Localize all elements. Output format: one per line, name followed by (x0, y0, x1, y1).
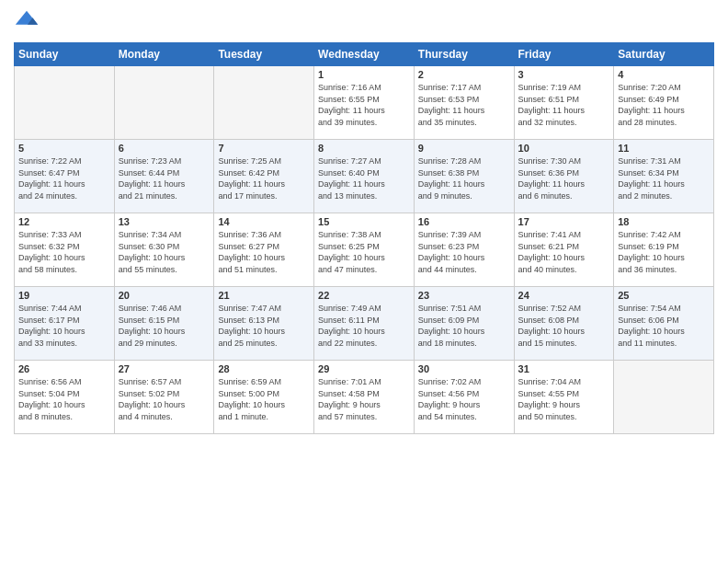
day-info: Sunrise: 7:54 AMSunset: 6:06 PMDaylight:… (618, 303, 710, 349)
day-info: Sunrise: 7:27 AMSunset: 6:40 PMDaylight:… (318, 155, 410, 201)
day-number: 2 (418, 69, 510, 80)
day-info: Sunrise: 7:46 AMSunset: 6:15 PMDaylight:… (119, 303, 210, 349)
calendar-day: 28Sunrise: 6:59 AMSunset: 5:00 PMDayligh… (214, 361, 314, 434)
day-number: 9 (418, 143, 510, 154)
calendar-day: 22Sunrise: 7:49 AMSunset: 6:11 PMDayligh… (314, 287, 415, 361)
calendar-day: 29Sunrise: 7:01 AMSunset: 4:58 PMDayligh… (314, 361, 415, 434)
day-number: 17 (518, 216, 610, 227)
calendar-day: 2Sunrise: 7:17 AMSunset: 6:53 PMDaylight… (414, 66, 514, 140)
calendar-week: 19Sunrise: 7:44 AMSunset: 6:17 PMDayligh… (15, 287, 714, 361)
calendar-day: 20Sunrise: 7:46 AMSunset: 6:15 PMDayligh… (114, 287, 214, 361)
day-number: 24 (518, 290, 610, 301)
day-number: 29 (318, 363, 410, 374)
day-number: 31 (518, 363, 610, 374)
calendar-day (614, 361, 714, 434)
day-info: Sunrise: 7:42 AMSunset: 6:19 PMDaylight:… (618, 229, 710, 275)
calendar-day: 16Sunrise: 7:39 AMSunset: 6:23 PMDayligh… (414, 213, 514, 287)
calendar-day: 1Sunrise: 7:16 AMSunset: 6:55 PMDaylight… (314, 66, 415, 140)
day-number: 15 (318, 216, 410, 227)
day-info: Sunrise: 7:39 AMSunset: 6:23 PMDaylight:… (418, 229, 510, 275)
header-day: Sunday (15, 43, 115, 66)
day-info: Sunrise: 7:23 AMSunset: 6:44 PMDaylight:… (119, 155, 210, 201)
calendar-day (214, 66, 314, 140)
day-number: 19 (18, 290, 110, 301)
day-number: 11 (618, 143, 710, 154)
day-info: Sunrise: 7:01 AMSunset: 4:58 PMDaylight:… (318, 376, 410, 422)
day-info: Sunrise: 7:34 AMSunset: 6:30 PMDaylight:… (119, 229, 210, 275)
calendar-day: 19Sunrise: 7:44 AMSunset: 6:17 PMDayligh… (15, 287, 115, 361)
day-number: 25 (618, 290, 710, 301)
day-number: 10 (518, 143, 610, 154)
day-info: Sunrise: 6:59 AMSunset: 5:00 PMDaylight:… (218, 376, 310, 422)
day-number: 7 (218, 143, 310, 154)
day-info: Sunrise: 6:57 AMSunset: 5:02 PMDaylight:… (119, 376, 210, 422)
calendar-day: 15Sunrise: 7:38 AMSunset: 6:25 PMDayligh… (314, 213, 415, 287)
day-number: 14 (218, 216, 310, 227)
calendar-day: 27Sunrise: 6:57 AMSunset: 5:02 PMDayligh… (114, 361, 214, 434)
day-info: Sunrise: 7:04 AMSunset: 4:55 PMDaylight:… (518, 376, 610, 422)
day-info: Sunrise: 7:49 AMSunset: 6:11 PMDaylight:… (318, 303, 410, 349)
calendar-day: 9Sunrise: 7:28 AMSunset: 6:38 PMDaylight… (414, 140, 514, 213)
calendar-day: 30Sunrise: 7:02 AMSunset: 4:56 PMDayligh… (414, 361, 514, 434)
day-number: 23 (418, 290, 510, 301)
calendar-day: 23Sunrise: 7:51 AMSunset: 6:09 PMDayligh… (414, 287, 514, 361)
calendar-day: 25Sunrise: 7:54 AMSunset: 6:06 PMDayligh… (614, 287, 714, 361)
header-day: Wednesday (314, 43, 415, 66)
day-info: Sunrise: 7:52 AMSunset: 6:08 PMDaylight:… (518, 303, 610, 349)
day-number: 16 (418, 216, 510, 227)
day-number: 18 (618, 216, 710, 227)
day-info: Sunrise: 7:31 AMSunset: 6:34 PMDaylight:… (618, 155, 710, 201)
day-number: 30 (418, 363, 510, 374)
day-info: Sunrise: 7:17 AMSunset: 6:53 PMDaylight:… (418, 82, 510, 128)
calendar-day: 5Sunrise: 7:22 AMSunset: 6:47 PMDaylight… (15, 140, 115, 213)
header-day: Friday (514, 43, 614, 66)
calendar-table: SundayMondayTuesdayWednesdayThursdayFrid… (14, 42, 714, 434)
day-info: Sunrise: 7:16 AMSunset: 6:55 PMDaylight:… (318, 82, 410, 128)
calendar-day: 12Sunrise: 7:33 AMSunset: 6:32 PMDayligh… (15, 213, 115, 287)
day-info: Sunrise: 7:20 AMSunset: 6:49 PMDaylight:… (618, 82, 710, 128)
calendar-day: 6Sunrise: 7:23 AMSunset: 6:44 PMDaylight… (114, 140, 214, 213)
day-info: Sunrise: 7:28 AMSunset: 6:38 PMDaylight:… (418, 155, 510, 201)
day-number: 21 (218, 290, 310, 301)
calendar-day: 8Sunrise: 7:27 AMSunset: 6:40 PMDaylight… (314, 140, 415, 213)
day-info: Sunrise: 7:38 AMSunset: 6:25 PMDaylight:… (318, 229, 410, 275)
day-number: 8 (318, 143, 410, 154)
calendar-day: 3Sunrise: 7:19 AMSunset: 6:51 PMDaylight… (514, 66, 614, 140)
day-number: 12 (18, 216, 110, 227)
day-info: Sunrise: 7:47 AMSunset: 6:13 PMDaylight:… (218, 303, 310, 349)
calendar-day (15, 66, 115, 140)
logo-icon (14, 9, 40, 35)
day-number: 4 (618, 69, 710, 80)
day-number: 1 (318, 69, 410, 80)
day-number: 13 (119, 216, 210, 227)
day-number: 22 (318, 290, 410, 301)
day-info: Sunrise: 7:25 AMSunset: 6:42 PMDaylight:… (218, 155, 310, 201)
day-number: 27 (119, 363, 210, 374)
day-info: Sunrise: 7:19 AMSunset: 6:51 PMDaylight:… (518, 82, 610, 128)
header-day: Monday (114, 43, 214, 66)
header-day: Thursday (414, 43, 514, 66)
calendar-week: 1Sunrise: 7:16 AMSunset: 6:55 PMDaylight… (15, 66, 714, 140)
day-number: 20 (119, 290, 210, 301)
calendar-week: 5Sunrise: 7:22 AMSunset: 6:47 PMDaylight… (15, 140, 714, 213)
calendar-week: 26Sunrise: 6:56 AMSunset: 5:04 PMDayligh… (15, 361, 714, 434)
calendar-day: 21Sunrise: 7:47 AMSunset: 6:13 PMDayligh… (214, 287, 314, 361)
calendar-day: 7Sunrise: 7:25 AMSunset: 6:42 PMDaylight… (214, 140, 314, 213)
calendar-day: 11Sunrise: 7:31 AMSunset: 6:34 PMDayligh… (614, 140, 714, 213)
day-number: 26 (18, 363, 110, 374)
day-number: 28 (218, 363, 310, 374)
day-info: Sunrise: 7:02 AMSunset: 4:56 PMDaylight:… (418, 376, 510, 422)
logo (14, 9, 43, 35)
header (14, 9, 714, 35)
day-info: Sunrise: 7:22 AMSunset: 6:47 PMDaylight:… (18, 155, 110, 201)
calendar-day: 13Sunrise: 7:34 AMSunset: 6:30 PMDayligh… (114, 213, 214, 287)
calendar-day: 18Sunrise: 7:42 AMSunset: 6:19 PMDayligh… (614, 213, 714, 287)
day-number: 5 (18, 143, 110, 154)
header-day: Saturday (614, 43, 714, 66)
calendar-day: 10Sunrise: 7:30 AMSunset: 6:36 PMDayligh… (514, 140, 614, 213)
day-info: Sunrise: 6:56 AMSunset: 5:04 PMDaylight:… (18, 376, 110, 422)
calendar-day: 31Sunrise: 7:04 AMSunset: 4:55 PMDayligh… (514, 361, 614, 434)
day-info: Sunrise: 7:44 AMSunset: 6:17 PMDaylight:… (18, 303, 110, 349)
day-info: Sunrise: 7:51 AMSunset: 6:09 PMDaylight:… (418, 303, 510, 349)
day-info: Sunrise: 7:41 AMSunset: 6:21 PMDaylight:… (518, 229, 610, 275)
